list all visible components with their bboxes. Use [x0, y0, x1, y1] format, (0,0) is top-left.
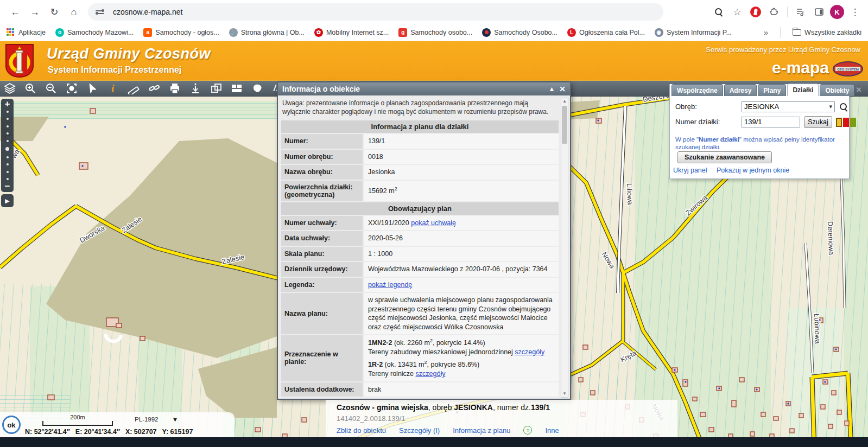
layout-panels-icon[interactable] [230, 82, 243, 95]
geosystem-logo: GEO SYSTEM [832, 61, 864, 77]
dialog-titlebar[interactable]: Informacja o obiekcie ▲ ✕ [278, 82, 570, 95]
chrome-menu-icon[interactable]: ⋮ [847, 4, 863, 20]
panel-close-icon[interactable]: ✕ [856, 86, 861, 94]
parcel-number-input[interactable] [742, 117, 800, 127]
add-icon[interactable]: + [523, 426, 532, 435]
bookmarks-overflow-icon[interactable]: » [764, 28, 768, 37]
extensions-puzzle-icon[interactable] [766, 4, 782, 20]
zoom-level-dot[interactable] [7, 171, 9, 173]
legend-swatch-yellow[interactable] [836, 118, 842, 127]
site-info-icon[interactable] [96, 8, 107, 16]
scroll-down-icon[interactable]: ▼ [561, 391, 568, 397]
zoom-out-button[interactable]: − [5, 183, 10, 190]
scroll-up-icon[interactable]: ▲ [561, 98, 568, 105]
url-text[interactable]: czosnow.e-mapa.net [113, 8, 182, 16]
media-controls-icon[interactable] [793, 4, 808, 20]
obreb-select[interactable]: JESIONKA ▾ [742, 101, 835, 112]
layers-icon[interactable] [3, 82, 16, 95]
tab-adresy[interactable]: Adresy [724, 84, 757, 96]
zoom-level-dot[interactable] [7, 163, 9, 165]
crs-selector[interactable]: PL-1992▾ [135, 416, 177, 423]
parcel-search-icon[interactable] [839, 103, 848, 111]
plan-info-link[interactable]: Informacja z planu [453, 426, 510, 435]
single-window-link[interactable]: Pokazuj w jednym oknie [717, 167, 789, 174]
search-icon[interactable] [711, 4, 726, 20]
dialog-close-icon[interactable]: ✕ [559, 85, 566, 93]
reload-icon[interactable]: ↻ [46, 4, 62, 20]
zone-entry: 1MN2-2 (ok. 2260 m2, pokrycie 14.4%) Ter… [368, 338, 554, 356]
gmina-crest-logo [5, 44, 34, 78]
legend-swatch-red[interactable] [843, 118, 849, 127]
object-info-icon[interactable]: i [106, 82, 119, 95]
selected-object-bar: Czosnów - gmina wiejska, obręb JESIONKA,… [326, 400, 677, 437]
side-panel-icon[interactable] [812, 4, 827, 20]
show-resolution-link[interactable]: pokaż uchwałę [411, 219, 456, 227]
adblock-extension-icon[interactable] [748, 4, 763, 20]
zoom-in-icon[interactable] [24, 82, 37, 95]
download-point-icon[interactable] [189, 82, 202, 95]
tab-obiekty[interactable]: Obiekty [820, 84, 854, 96]
dialog-collapse-icon[interactable]: ▲ [548, 85, 555, 93]
select-cursor-icon[interactable] [86, 82, 99, 95]
zone-details-link[interactable]: szczegóły [515, 348, 544, 356]
bookmark-item[interactable]: gSamochody osobo... [398, 28, 472, 37]
bookmark-item[interactable]: ◉System Informacji P... [655, 28, 732, 37]
service-note: Serwis prowadzony przez Urząd Gminy Czos… [706, 46, 860, 54]
zoom-level-dot[interactable] [7, 178, 9, 180]
zoom-level-dot[interactable] [7, 118, 9, 120]
svg-text:GEO SYSTEM: GEO SYSTEM [837, 68, 859, 71]
tab-plany[interactable]: Plany [758, 84, 786, 96]
zoom-level-dot[interactable] [7, 140, 9, 142]
hide-panel-link[interactable]: Ukryj panel [673, 167, 707, 174]
home-icon[interactable]: ⌂ [66, 4, 82, 20]
bookmark-apps[interactable]: Aplikacje [7, 28, 46, 37]
profile-avatar[interactable]: K [830, 5, 844, 19]
zoom-level-dot[interactable] [7, 156, 9, 158]
bookmark-item[interactable]: ✿Mobilny Internet sz... [314, 28, 389, 37]
zoom-out-icon[interactable] [45, 82, 58, 95]
bookmark-item[interactable]: LOgłoszenia cała Pol... [567, 28, 645, 37]
tab-wspolrzedne[interactable]: Współrzędne [671, 84, 723, 96]
app-title: Urząd Gminy Czosnów [47, 46, 211, 62]
forward-icon[interactable]: → [27, 4, 43, 20]
bookmark-item[interactable]: Samochody Osobo... [482, 28, 557, 37]
zoom-slider[interactable]: + − [1, 99, 14, 192]
bookmark-item[interactable]: oSamochody Mazowi... [55, 28, 134, 37]
other-link[interactable]: Inne [545, 426, 559, 435]
dialog-scrollbar[interactable]: ▲ ▼ [561, 98, 568, 398]
zoom-level-current[interactable] [5, 147, 9, 151]
ok-button[interactable]: ok [2, 416, 21, 434]
copy-view-icon[interactable] [210, 82, 223, 95]
zone-details-link[interactable]: szczegóły [416, 370, 446, 378]
polygon-select-icon[interactable] [251, 82, 264, 95]
bookmark-item[interactable]: aSamochody - ogłos... [143, 28, 219, 37]
show-legend-link[interactable]: pokaż legendę [368, 281, 412, 289]
map-statusbar: ok 200m PL-1992▾ N: 52°22′41.4″E: 20°41′… [0, 412, 235, 437]
pan-mode-button[interactable]: ▶ [1, 194, 14, 207]
szukaj-button[interactable]: Szukaj [804, 116, 832, 128]
table-row: Nazwa obrębu:Jesionka [281, 165, 559, 180]
app-header: Urząd Gminy Czosnów System Informacji Pr… [0, 41, 868, 80]
scrollbar-thumb[interactable] [562, 106, 567, 144]
all-bookmarks-button[interactable]: Wszystkie zakładki [793, 29, 861, 36]
zoom-level-dot[interactable] [7, 125, 9, 127]
zoom-level-dot[interactable] [7, 111, 9, 113]
address-bar[interactable]: czosnow.e-mapa.net [88, 3, 663, 21]
search-hint: W pole "Numer działki" można wpisać pełn… [675, 136, 845, 151]
advanced-search-button[interactable]: Szukanie zaawansowane [677, 151, 772, 163]
link-icon[interactable] [148, 82, 161, 95]
full-extent-icon[interactable] [65, 82, 78, 95]
measure-icon[interactable] [127, 82, 140, 95]
details-link[interactable]: Szczegóły (I) [399, 426, 440, 435]
bookmark-star-icon[interactable]: ☆ [730, 4, 745, 20]
chevron-down-icon: ▾ [173, 416, 176, 423]
zoom-level-dot[interactable] [7, 132, 9, 135]
print-icon[interactable] [168, 82, 181, 95]
bookmark-item[interactable]: ⚓Strona główna | Ob... [229, 28, 305, 37]
zoom-to-object-link[interactable]: Zbliż do obiektu [337, 426, 386, 435]
scale-bar [42, 421, 113, 426]
tab-dzialki[interactable]: Działki [787, 84, 819, 96]
legend-swatch-green[interactable] [850, 118, 856, 127]
back-icon[interactable]: ← [7, 4, 23, 20]
zoom-in-button[interactable]: + [5, 100, 10, 108]
